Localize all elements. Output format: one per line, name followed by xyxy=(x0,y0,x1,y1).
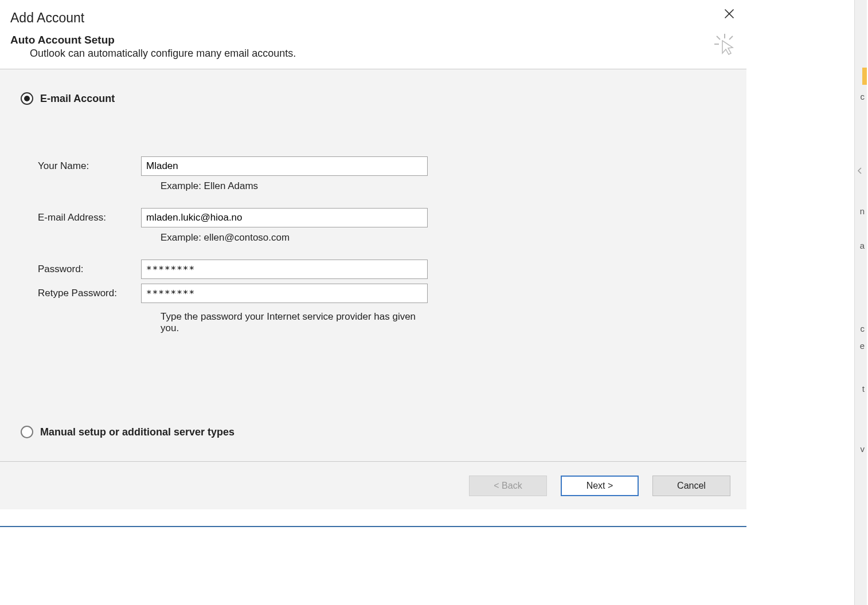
radio-button-selected[interactable] xyxy=(21,92,33,105)
email-input[interactable] xyxy=(141,208,428,227)
next-button[interactable]: Next > xyxy=(561,476,639,496)
add-account-dialog: Add Account Auto Account Setup Outlook c… xyxy=(0,0,746,527)
name-label: Your Name: xyxy=(38,160,135,172)
radio-button-unselected[interactable] xyxy=(21,426,33,438)
radio-manual-setup-label: Manual setup or additional server types xyxy=(40,426,234,438)
background-window-edge: c n a c e t v xyxy=(746,0,867,605)
background-letter: a xyxy=(860,241,865,250)
dialog-button-bar: < Back Next > Cancel xyxy=(0,461,746,509)
radio-email-account[interactable]: E-mail Account xyxy=(21,92,726,105)
email-example: Example: ellen@contoso.com xyxy=(141,232,428,243)
name-input[interactable] xyxy=(141,156,428,176)
password-input[interactable] xyxy=(141,260,428,279)
password-hint: Type the password your Internet service … xyxy=(141,311,428,334)
name-example: Example: Ellen Adams xyxy=(141,180,428,192)
dialog-subtitle: Auto Account Setup xyxy=(10,34,736,46)
svg-line-5 xyxy=(729,36,733,40)
svg-line-4 xyxy=(717,36,720,40)
scrollbar-track xyxy=(854,0,867,605)
cancel-button[interactable]: Cancel xyxy=(652,476,730,496)
radio-manual-setup[interactable]: Manual setup or additional server types xyxy=(21,426,234,438)
background-letter: t xyxy=(862,384,865,394)
dialog-subdesc: Outlook can automatically configure many… xyxy=(10,48,736,60)
background-letter: v xyxy=(861,444,865,454)
password-label: Password: xyxy=(38,264,135,275)
background-letter: e xyxy=(860,341,865,351)
background-accent xyxy=(862,68,867,85)
background-letter: c xyxy=(861,324,865,333)
account-form: Your Name: Example: Ellen Adams E-mail A… xyxy=(38,156,726,334)
dialog-title: Add Account xyxy=(10,10,736,26)
background-letter: c xyxy=(861,92,865,101)
radio-dot-icon xyxy=(24,96,30,101)
dialog-body: E-mail Account Your Name: Example: Ellen… xyxy=(0,69,746,461)
cursor-click-icon xyxy=(713,33,736,56)
radio-email-account-label: E-mail Account xyxy=(40,93,115,105)
retype-password-input[interactable] xyxy=(141,284,428,303)
close-button[interactable] xyxy=(724,8,735,22)
close-icon xyxy=(724,8,735,19)
back-button: < Back xyxy=(469,476,547,496)
collapse-arrow-icon xyxy=(855,166,866,176)
background-letter: n xyxy=(860,206,865,216)
email-label: E-mail Address: xyxy=(38,212,135,223)
dialog-subheader: Auto Account Setup Outlook can automatic… xyxy=(0,34,746,69)
dialog-header: Add Account xyxy=(0,0,746,34)
retype-password-label: Retype Password: xyxy=(38,288,135,299)
